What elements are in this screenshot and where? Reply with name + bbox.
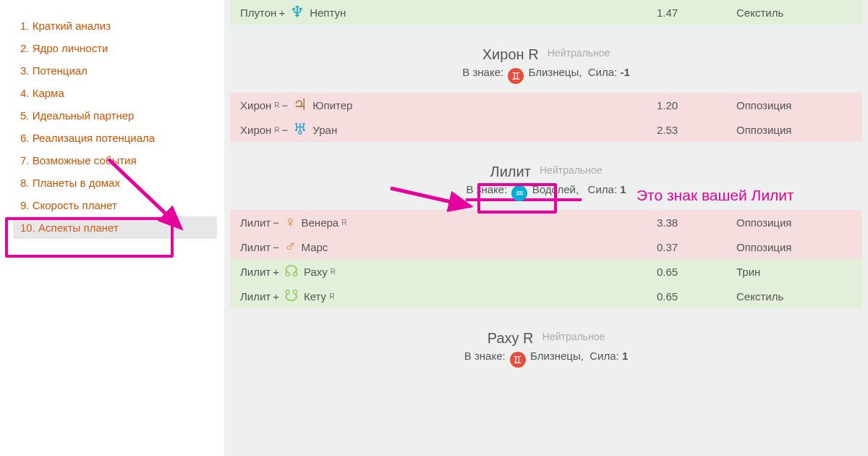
nav-label: 5. Идеальный партнер [20,109,134,122]
aspect-name: Секстиль [736,290,852,303]
aspect-op: + [273,290,279,303]
aspect-planets: Лилит − ♀ ВенераR [240,214,657,230]
nav-item-9[interactable]: 9. Скорость планет [13,194,217,216]
planet-left: Хирон [240,99,271,111]
nav-label: 3. Потенциал [20,64,88,77]
section-header-lilith: Лилит Нейтральное [230,152,862,183]
planet-right: Нептун [310,7,346,19]
comma: , [581,350,584,362]
nav-item-8[interactable]: 8. Планеты в домах [13,172,217,194]
aspect-orb: 1.20 [657,99,736,111]
section-header-chiron: Хирон R Нейтральное [230,35,862,66]
aspect-orb: 3.38 [657,216,736,229]
aspect-op: − [282,124,289,136]
nav-item-7[interactable]: 7. Возможные события [13,149,217,172]
rahu-icon: ☊ [284,263,299,279]
sign-name: Водолей [532,183,576,195]
section-note: Нейтральное [548,47,610,59]
aspect-orb: 0.65 [657,266,736,278]
sign-name: Близнецы [530,350,581,362]
nav-item-1[interactable]: 1. Краткий анализ [13,14,217,37]
aspect-planets: ХиронR − ♃ Юпитер [240,97,657,113]
aspect-name: Оппозиция [736,241,852,253]
comma: , [579,66,582,78]
mars-icon: ♂ [284,239,297,255]
aspect-row: ХиронR − ♅ Уран 2.53 Оппозиция [230,117,862,142]
aspect-name: Трин [736,266,852,278]
planet-left: Хирон [240,124,271,136]
retro-mark: R [274,126,279,134]
planet-right: Юпитер [312,99,352,111]
aspect-orb: 0.37 [657,241,736,253]
planet-left: Лилит [240,290,271,303]
nav-label: 9. Скорость планет [20,199,117,211]
nav-item-3[interactable]: 3. Потенциал [13,59,217,82]
nav-item-4[interactable]: 4. Карма [13,82,217,104]
aspect-table-lilith: Лилит − ♀ ВенераR 3.38 Оппозиция Лилит −… [230,210,862,308]
neptune-icon: ♆ [290,4,305,20]
nav-item-2[interactable]: 2. Ядро личности [13,37,217,59]
aspect-name: Оппозиция [736,216,852,229]
aspect-name: Секстиль [736,7,852,19]
gemini-icon: ♊︎ [508,68,524,84]
planet-right: Кету [304,290,326,303]
aspect-row: Лилит − ♀ ВенераR 3.38 Оппозиция [230,210,862,235]
nav-label: 8. Планеты в домах [20,177,120,189]
aspect-op: − [273,241,279,253]
section-title: Хирон R [482,46,539,63]
main-content: Плутон + ♆ Нептун 1.47 Секстиль Хирон R … [224,0,868,456]
aspect-row: Лилит + ☋ КетуR 0.65 Секстиль [230,284,862,308]
planet-left: Лилит [240,241,271,253]
section-header-rahu: Раху R Нейтральное [230,318,862,350]
in-sign-label: В знаке: [462,66,503,78]
section-note: Нейтральное [540,164,602,176]
retro-mark: R [341,219,346,227]
aspect-name: Оппозиция [736,124,852,136]
strength-label: Сила: [588,66,617,78]
aspect-orb: 2.53 [657,124,736,136]
aspect-row: Плутон + ♆ Нептун 1.47 Секстиль [230,0,862,25]
nav-label: 4. Карма [20,87,64,99]
planet-right: Марс [302,241,328,253]
jupiter-icon: ♃ [293,97,307,113]
aspect-row: ХиронR − ♃ Юпитер 1.20 Оппозиция [230,93,862,117]
aspect-op: + [273,266,279,278]
section-note: Нейтральное [542,331,605,342]
nav-item-6[interactable]: 6. Реализация потенциала [13,127,217,149]
planet-right: Раху [304,266,328,278]
nav-label: 10. Аспекты планет [20,221,119,234]
sidebar: 1. Краткий анализ 2. Ядро личности 3. По… [0,0,224,456]
strength-value: 1 [622,350,628,362]
aspect-row: Лилит − ♂ Марс 0.37 Оппозиция [230,235,862,259]
underlined-sign-info: В знаке: ♒︎ Водолей, [466,183,582,201]
section-title: Лилит [490,164,531,180]
section-title: Раху R [488,330,534,347]
strength-value: -1 [620,66,629,78]
aspect-op: + [278,7,285,19]
aspect-table-chiron: ХиронR − ♃ Юпитер 1.20 Оппозиция ХиронR … [230,93,862,142]
planet-right: Венера [302,216,339,229]
gemini-icon: ♊︎ [510,352,526,368]
in-sign-label: В знаке: [466,183,507,195]
strength-label: Сила: [590,350,618,362]
aspect-orb: 0.65 [657,290,736,303]
nav-label: 7. Возможные события [20,154,137,166]
aspect-planets: Плутон + ♆ Нептун [240,4,657,20]
aspect-table-top: Плутон + ♆ Нептун 1.47 Секстиль [230,0,862,25]
nav-label: 2. Ядро личности [20,42,108,54]
section-sub-rahu: В знаке: ♊︎ Близнецы, Сила: 1 [230,350,862,376]
retro-mark: R [274,101,279,109]
strength-label: Сила: [588,183,617,195]
sign-name: Близнецы [529,66,579,78]
annotation-text: Это знак вашей Лилит [637,187,794,204]
nav-item-5[interactable]: 5. Идеальный партнер [13,104,217,127]
aspect-op: − [282,99,289,111]
ketu-icon: ☋ [284,288,299,304]
aspect-orb: 1.47 [657,7,736,19]
planet-left: Лилит [240,216,271,229]
in-sign-label: В знаке: [464,350,506,362]
planet-right: Уран [312,124,337,136]
nav-item-10[interactable]: 10. Аспекты планет [13,216,217,239]
planet-left: Плутон [240,7,276,19]
aquarius-icon: ♒︎ [511,185,527,201]
